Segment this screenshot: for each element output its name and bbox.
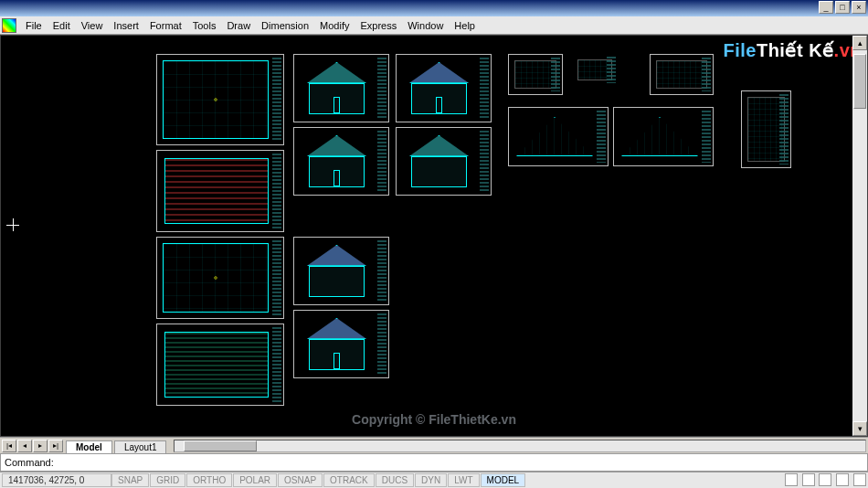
tab-nav-last[interactable]: ▸|: [48, 440, 63, 452]
tray-icon-2[interactable]: [802, 473, 815, 486]
menu-help[interactable]: Help: [449, 18, 481, 33]
toggle-ortho[interactable]: ORTHO: [186, 473, 232, 487]
sheet-floor-plan[interactable]: [156, 54, 284, 145]
layout-tabs-row: |◂ ◂ ▸ ▸| Model Layout1: [0, 437, 868, 453]
menu-window[interactable]: Window: [402, 18, 449, 33]
command-line[interactable]: Command:: [0, 453, 868, 472]
close-button[interactable]: ×: [852, 1, 866, 14]
scroll-h-thumb[interactable]: [184, 440, 257, 451]
menu-express[interactable]: Express: [355, 18, 402, 33]
tab-model[interactable]: Model: [66, 440, 112, 453]
tray-icon-5[interactable]: [853, 473, 866, 486]
menu-format[interactable]: Format: [144, 18, 187, 33]
toggle-dyn[interactable]: DYN: [415, 473, 447, 487]
menu-modify[interactable]: Modify: [314, 18, 355, 33]
scroll-up-button[interactable]: ▴: [852, 36, 867, 50]
menu-bar: File Edit View Insert Format Tools Draw …: [0, 16, 868, 35]
toggle-polar[interactable]: POLAR: [233, 473, 277, 487]
status-bar: 1417036, 42725, 0 SNAP GRID ORTHO POLAR …: [0, 472, 868, 488]
toggle-otrack[interactable]: OTRACK: [323, 473, 375, 487]
menu-insert[interactable]: Insert: [108, 18, 144, 33]
maximize-button[interactable]: □: [835, 1, 850, 14]
sheet-rear-elevation[interactable]: [293, 237, 389, 305]
sheet-detail-3[interactable]: [650, 54, 714, 95]
sheet-front-elevation[interactable]: [293, 54, 389, 122]
status-coordinates: 1417036, 42725, 0: [2, 473, 111, 487]
menu-tools[interactable]: Tools: [187, 18, 222, 33]
menu-draw[interactable]: Draw: [221, 18, 256, 33]
scroll-v-thumb[interactable]: [853, 54, 866, 109]
command-prompt-label: Command:: [5, 457, 54, 468]
sheet-roof-plan-1[interactable]: [156, 150, 284, 232]
sheet-ceiling-plan[interactable]: [156, 237, 284, 319]
tab-nav-prev[interactable]: ◂: [17, 440, 32, 452]
sheet-side-elevation[interactable]: [293, 127, 389, 196]
tab-nav-next[interactable]: ▸: [33, 440, 48, 452]
menu-edit[interactable]: Edit: [48, 18, 76, 33]
sheet-detail-2[interactable]: [572, 54, 618, 86]
canvas-scrollbar-horizontal[interactable]: [174, 440, 866, 452]
toggle-model[interactable]: MODEL: [481, 473, 526, 487]
status-tray: [783, 473, 866, 488]
menu-view[interactable]: View: [76, 18, 109, 33]
scroll-down-button[interactable]: ▾: [852, 421, 867, 436]
sheet-roof-plan-2[interactable]: [156, 324, 284, 406]
toggle-lwt[interactable]: LWT: [448, 473, 479, 487]
sheet-section-b[interactable]: [396, 54, 492, 122]
sheet-roof-truss-2[interactable]: [613, 107, 714, 166]
tray-icon-1[interactable]: [785, 473, 798, 486]
sheet-section-c[interactable]: [396, 127, 492, 196]
drawing-canvas[interactable]: FileThiết Kế.vn Copyright © FileThietKe.…: [0, 35, 868, 437]
sheet-detail-column[interactable]: [741, 90, 791, 168]
app-icon: [2, 18, 16, 33]
toggle-ducs[interactable]: DUCS: [376, 473, 414, 487]
minimize-button[interactable]: _: [819, 1, 833, 14]
crosshair-cursor: [6, 218, 19, 231]
sheet-detail-1[interactable]: [508, 54, 563, 95]
menu-file[interactable]: File: [20, 18, 48, 33]
tab-layout1[interactable]: Layout1: [114, 440, 167, 453]
sheet-roof-truss-1[interactable]: [508, 107, 609, 166]
toggle-grid[interactable]: GRID: [150, 473, 185, 487]
window-titlebar: _ □ ×: [0, 0, 868, 16]
scroll-v-track[interactable]: [852, 50, 867, 421]
tray-icon-3[interactable]: [819, 473, 831, 486]
watermark-text: Copyright © FileThietKe.vn: [352, 412, 516, 427]
menu-dimension[interactable]: Dimension: [256, 18, 314, 33]
sheet-section-a[interactable]: [293, 310, 389, 378]
toggle-osnap[interactable]: OSNAP: [278, 473, 323, 487]
toggle-snap[interactable]: SNAP: [111, 473, 149, 487]
canvas-scrollbar-vertical[interactable]: ▴ ▾: [852, 36, 867, 436]
tray-icon-4[interactable]: [836, 473, 849, 486]
drawing-sheets: [156, 54, 840, 408]
tab-nav-first[interactable]: |◂: [2, 440, 16, 452]
